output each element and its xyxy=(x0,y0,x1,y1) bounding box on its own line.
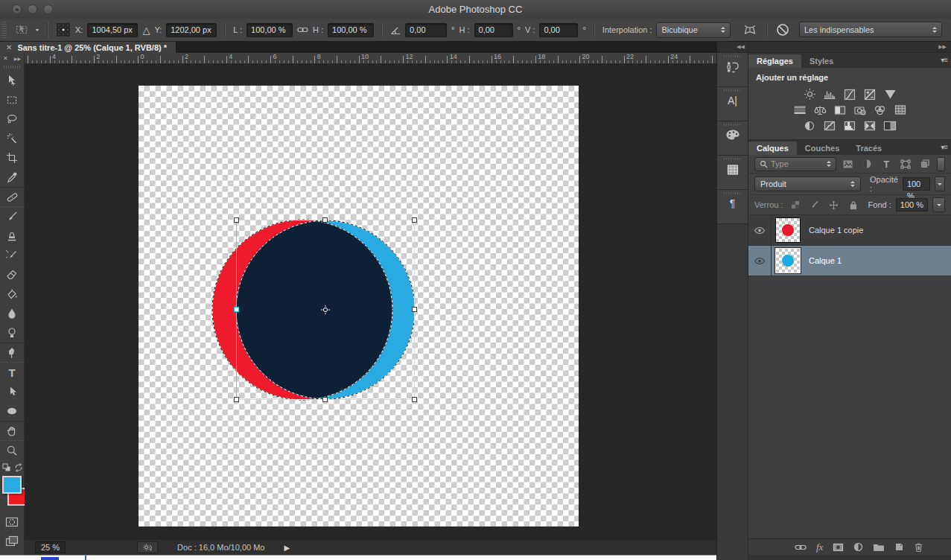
panel-menu-icon[interactable]: ▾≡ xyxy=(941,56,947,64)
clone-stamp-tool[interactable] xyxy=(0,226,25,246)
strip-header[interactable]: ◀◀ xyxy=(717,42,748,53)
fill-dropdown-button[interactable] xyxy=(932,197,945,212)
panel-button-layer-comps[interactable] xyxy=(717,53,748,87)
filter-type-layers-icon[interactable]: T xyxy=(879,159,894,170)
layer-thumbnail[interactable] xyxy=(775,217,801,243)
rotation-input[interactable]: 0,00 xyxy=(405,23,447,37)
close-toolbar-icon[interactable]: ✕ xyxy=(3,55,8,62)
rectangular-marquee-tool[interactable] xyxy=(0,90,25,109)
handle-middle-left[interactable] xyxy=(234,307,239,312)
tab-traces[interactable]: Tracés xyxy=(847,141,890,155)
collapse-panels-icon[interactable]: ▶▶ xyxy=(938,44,947,50)
handle-middle-right[interactable] xyxy=(412,307,417,312)
panel-button-color[interactable] xyxy=(717,121,748,156)
add-mask-icon[interactable] xyxy=(833,543,844,552)
document-canvas[interactable] xyxy=(139,86,579,526)
type-tool[interactable]: T xyxy=(0,363,25,382)
warp-mode-icon[interactable] xyxy=(741,22,759,37)
brightness-contrast-icon[interactable] xyxy=(802,88,817,101)
link-dimensions-icon[interactable] xyxy=(297,25,308,34)
curves-icon[interactable] xyxy=(842,88,857,101)
handle-bottom-left[interactable] xyxy=(234,397,239,402)
magic-wand-tool[interactable] xyxy=(0,129,25,148)
photo-filter-icon[interactable] xyxy=(853,104,868,116)
layer-filter-toggle[interactable] xyxy=(937,157,945,171)
zoom-level-field[interactable]: 25 % xyxy=(35,541,66,553)
tab-styles[interactable]: Styles xyxy=(801,54,842,68)
new-layer-icon[interactable] xyxy=(894,542,904,552)
history-brush-tool[interactable] xyxy=(0,246,25,265)
transform-bounding-box[interactable] xyxy=(236,220,415,400)
vibrance-icon[interactable] xyxy=(882,88,897,101)
options-bar-grip[interactable] xyxy=(1,22,7,38)
blend-mode-select[interactable]: Produit xyxy=(754,176,861,191)
levels-icon[interactable] xyxy=(822,88,837,101)
panel-button-swatches[interactable] xyxy=(717,156,748,190)
brush-tool[interactable] xyxy=(0,207,25,226)
close-document-icon[interactable]: ✕ xyxy=(6,43,12,51)
dodge-tool[interactable] xyxy=(0,323,25,343)
height-input[interactable]: 100,00 % xyxy=(328,23,374,37)
x-input[interactable]: 1004,50 px xyxy=(87,23,138,37)
opacity-dropdown-button[interactable] xyxy=(935,176,945,191)
tool-preset-arrow[interactable] xyxy=(36,29,39,31)
filter-shape-layers-icon[interactable] xyxy=(898,159,913,169)
status-expand-icon[interactable]: ▶ xyxy=(284,544,290,552)
visibility-cell[interactable] xyxy=(748,246,772,276)
y-input[interactable]: 1202,00 px xyxy=(166,23,217,37)
handle-top-left[interactable] xyxy=(234,217,239,223)
screen-mode-button[interactable] xyxy=(0,532,25,551)
zoom-tool[interactable] xyxy=(0,441,25,460)
expand-toolbar-icon[interactable]: ▶▶ xyxy=(14,56,21,61)
layer-effects-icon[interactable]: fx xyxy=(816,541,823,553)
h-skew-input[interactable]: 0,00 xyxy=(474,23,513,37)
color-balance-icon[interactable] xyxy=(812,104,827,116)
tab-reglages[interactable]: Réglages xyxy=(748,54,801,68)
eyedropper-tool[interactable] xyxy=(0,168,25,187)
selective-color-icon[interactable] xyxy=(882,119,897,132)
tab-calques[interactable]: Calques xyxy=(748,141,797,155)
v-skew-input[interactable]: 0,00 xyxy=(539,23,578,37)
filter-smart-objects-icon[interactable] xyxy=(917,159,932,169)
panel-menu-icon[interactable]: ▾≡ xyxy=(941,143,947,151)
layer-thumbnail[interactable] xyxy=(775,248,801,273)
move-tool[interactable] xyxy=(0,71,25,90)
channel-mixer-icon[interactable] xyxy=(873,104,888,116)
quick-mask-button[interactable] xyxy=(0,512,25,532)
handle-top-center[interactable] xyxy=(322,217,328,223)
hue-saturation-icon[interactable] xyxy=(792,104,807,116)
pen-tool[interactable] xyxy=(0,343,25,363)
cancel-transform-icon[interactable] xyxy=(775,22,790,37)
blur-tool[interactable] xyxy=(0,304,25,323)
new-adjustment-layer-icon[interactable] xyxy=(853,542,863,552)
dock-header[interactable]: ▶▶ xyxy=(748,42,951,53)
layer-name[interactable]: Calque 1 copie xyxy=(809,226,863,235)
crop-tool[interactable] xyxy=(0,148,25,168)
handle-bottom-right[interactable] xyxy=(412,397,417,402)
spot-healing-brush-tool[interactable] xyxy=(0,187,25,207)
interpolation-select[interactable]: Bicubique xyxy=(656,22,731,38)
horizontal-ruler[interactable]: 42024681012141618202224 xyxy=(25,53,716,64)
layer-row-calque-1-copie[interactable]: Calque 1 copie xyxy=(748,215,951,246)
workspace-select[interactable]: Les indispensables xyxy=(799,22,942,37)
paint-bucket-tool[interactable] xyxy=(0,284,25,304)
reference-point-target[interactable] xyxy=(321,305,330,314)
panel-button-paragraph[interactable]: ¶ xyxy=(717,190,748,224)
filter-adjustment-layers-icon[interactable] xyxy=(859,159,874,169)
handle-bottom-center[interactable] xyxy=(322,397,328,402)
filter-pixel-layers-icon[interactable] xyxy=(841,159,856,169)
status-options-button[interactable] xyxy=(137,541,158,553)
width-input[interactable]: 100,00 % xyxy=(247,23,293,37)
hand-tool[interactable] xyxy=(0,421,25,441)
posterize-icon[interactable] xyxy=(822,119,837,132)
exposure-icon[interactable] xyxy=(862,88,877,101)
threshold-icon[interactable] xyxy=(842,119,857,132)
handle-top-right[interactable] xyxy=(412,217,417,223)
eraser-tool[interactable] xyxy=(0,265,25,284)
canvas-pasteboard[interactable] xyxy=(25,64,716,540)
delete-layer-icon[interactable] xyxy=(914,542,923,553)
gradient-map-icon[interactable] xyxy=(862,119,877,132)
default-colors-icon[interactable] xyxy=(2,463,11,472)
toolbar-header[interactable]: ✕ ▶▶ xyxy=(0,53,25,64)
tab-couches[interactable]: Couches xyxy=(797,141,847,155)
